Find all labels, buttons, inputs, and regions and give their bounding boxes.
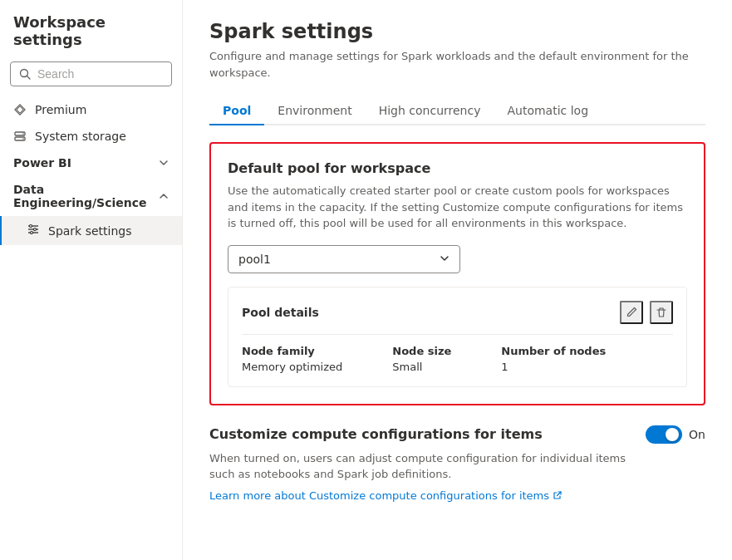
learn-more-link[interactable]: Learn more about Customize compute confi… [209,489,705,502]
svg-point-6 [22,133,24,135]
customize-section: Customize compute configurations for ite… [209,425,705,502]
sidebar-item-system-storage-label: System storage [35,130,126,143]
chevron-down-icon [440,253,450,266]
sidebar-title: Workspace settings [0,13,182,61]
toggle-row: On [646,425,705,444]
customize-title: Customize compute configurations for ite… [209,426,543,442]
pool-details-actions [620,301,673,324]
pool-details-columns: Node family Memory optimized Node size S… [242,345,673,373]
sidebar-item-spark-settings-label: Spark settings [48,224,132,238]
sidebar-item-system-storage[interactable]: System storage [0,123,182,150]
search-box[interactable] [10,61,172,86]
pool-col-node-family-header: Node family [242,345,342,357]
toggle-knob [666,428,679,441]
pool-col-node-size: Node size Small [392,345,451,373]
search-input[interactable] [37,67,163,81]
pool-dropdown[interactable]: pool1 [228,245,460,273]
default-pool-description: Use the automatically created starter po… [228,183,687,232]
customize-toggle[interactable] [646,425,682,444]
sidebar-item-premium-label: Premium [35,103,86,116]
svg-point-11 [30,225,32,228]
search-icon [19,68,31,80]
svg-point-7 [22,138,24,140]
sidebar-item-spark-settings[interactable]: Spark settings [0,216,182,245]
tab-environment[interactable]: Environment [264,97,365,125]
pool-details-title: Pool details [242,306,319,319]
svg-point-13 [31,232,33,234]
pool-dropdown-value: pool1 [238,253,271,266]
default-pool-section: Default pool for workspace Use the autom… [209,142,705,405]
tab-automatic-log[interactable]: Automatic log [494,97,602,125]
pool-col-num-nodes: Number of nodes 1 [501,345,606,373]
chevron-up-icon [159,191,169,201]
sidebar-section-power-bi[interactable]: Power BI [0,150,182,176]
sidebar-section-data-engineering-label: Data Engineering/Science [13,183,159,209]
tab-pool[interactable]: Pool [209,97,264,125]
sidebar-section-power-bi-label: Power BI [13,156,71,169]
svg-point-12 [34,228,37,231]
storage-icon [13,130,27,143]
pool-col-node-size-value: Small [392,361,451,373]
pool-details-divider [242,334,673,335]
pool-col-num-nodes-header: Number of nodes [501,345,606,357]
tab-high-concurrency[interactable]: High concurrency [366,97,494,125]
svg-line-1 [27,76,31,80]
toggle-label: On [689,428,705,441]
main-content: Spark settings Configure and manage sett… [183,0,732,560]
sidebar-section-data-engineering[interactable]: Data Engineering/Science [0,176,182,216]
diamond-icon [13,103,27,116]
sliders-icon [27,223,40,238]
pool-col-num-nodes-value: 1 [501,361,606,373]
chevron-down-icon [159,158,169,168]
pool-col-node-family-value: Memory optimized [242,361,342,373]
customize-description: When turned on, users can adjust compute… [209,450,641,483]
pool-details-card: Pool details [228,287,687,387]
edit-pool-button[interactable] [620,301,643,324]
pool-details-header: Pool details [242,301,673,324]
tabs: Pool Environment High concurrency Automa… [209,97,705,125]
page-description: Configure and manage settings for Spark … [209,48,705,81]
sidebar: Workspace settings Premium [0,0,183,560]
external-link-icon [553,490,563,500]
learn-more-text: Learn more about Customize compute confi… [209,489,549,502]
pool-col-node-family: Node family Memory optimized [242,345,342,373]
page-title: Spark settings [209,20,705,43]
sidebar-item-premium[interactable]: Premium [0,96,182,123]
default-pool-title: Default pool for workspace [228,160,687,176]
pool-col-node-size-header: Node size [392,345,451,357]
delete-pool-button[interactable] [650,301,673,324]
customize-header: Customize compute configurations for ite… [209,425,705,444]
